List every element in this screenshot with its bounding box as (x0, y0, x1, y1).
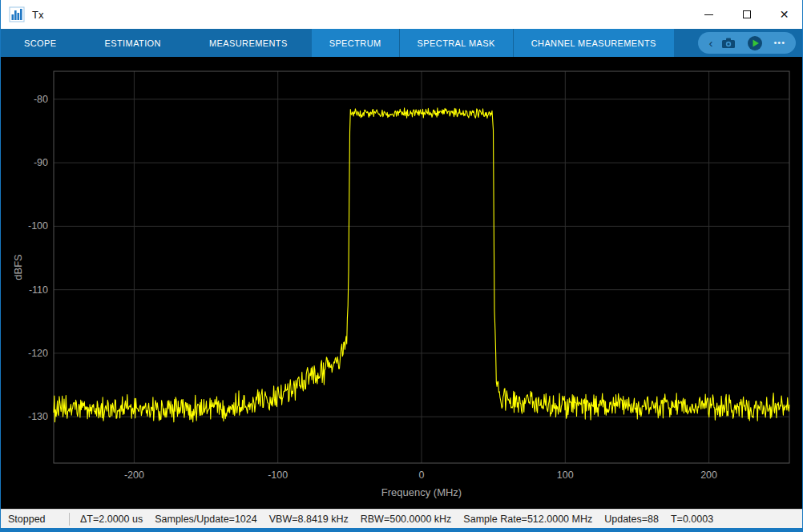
window-border-left (0, 0, 1, 532)
y-axis-label: dBFS (12, 254, 24, 280)
run-button[interactable] (747, 35, 763, 51)
maximize-button[interactable] (728, 0, 765, 29)
svg-text:-110: -110 (29, 284, 48, 296)
status-vbw: VBW=8.8419 kHz (269, 514, 349, 525)
svg-text:200: 200 (700, 470, 717, 481)
tab-scope[interactable]: SCOPE (0, 29, 81, 57)
spectrum-plot[interactable]: -200-1000100200-80-90-100-110-120-130Fre… (0, 57, 803, 509)
bottom-accent-strip (0, 528, 803, 532)
minimize-icon (704, 14, 713, 15)
close-button[interactable]: ✕ (765, 0, 803, 29)
grid-lines (54, 71, 789, 463)
quick-controls-pill: ‹ ••• (698, 32, 796, 54)
tab-spectrum[interactable]: SPECTRUM (312, 29, 399, 57)
close-icon: ✕ (780, 9, 789, 20)
status-sample-rate: Sample Rate=512.0000 MHz (463, 514, 592, 525)
window-title: Tx (32, 9, 43, 21)
tab-measurements[interactable]: MEASUREMENTS (185, 29, 312, 57)
tab-spectral-mask[interactable]: SPECTRAL MASK (399, 29, 513, 57)
run-play-icon (747, 35, 763, 51)
tab-estimation[interactable]: ESTIMATION (81, 29, 185, 57)
toolbar: SCOPE ESTIMATION MEASUREMENTS SPECTRUM S… (0, 29, 803, 57)
svg-text:-200: -200 (124, 470, 144, 481)
snapshot-camera-icon (721, 37, 736, 49)
svg-text:100: 100 (557, 470, 574, 481)
status-items: ΔT=2.0000 us Samples/Update=1024 VBW=8.8… (80, 514, 713, 525)
status-rbw: RBW=500.0000 kHz (361, 514, 452, 525)
more-button[interactable]: ••• (773, 38, 785, 47)
svg-text:-90: -90 (34, 157, 48, 168)
status-samples-per-update: Samples/Update=1024 (155, 514, 257, 525)
plot-area[interactable]: -200-1000100200-80-90-100-110-120-130Fre… (0, 57, 803, 509)
x-tick-labels: -200-1000100200 (124, 470, 717, 481)
svg-text:-120: -120 (28, 348, 48, 359)
context-tab-group: SPECTRUM SPECTRAL MASK CHANNEL MEASUREME… (312, 29, 674, 57)
status-state: Stopped (0, 514, 69, 525)
statusbar: Stopped ΔT=2.0000 us Samples/Update=1024… (0, 509, 803, 528)
status-updates: Updates=88 (604, 514, 659, 525)
minimize-button[interactable] (690, 0, 728, 29)
svg-text:-100: -100 (28, 220, 48, 232)
svg-text:-130: -130 (28, 411, 48, 422)
snapshot-button[interactable] (721, 37, 736, 49)
statusbar-divider (69, 513, 70, 526)
collapse-chevron-icon[interactable]: ‹ (708, 37, 712, 49)
status-delta-t: ΔT=2.0000 us (80, 514, 143, 525)
svg-text:-100: -100 (268, 470, 288, 481)
y-tick-labels: -80-90-100-110-120-130 (28, 94, 48, 422)
svg-text:0: 0 (419, 470, 425, 481)
status-time: T=0.0003 (671, 514, 713, 525)
bar-chart-icon (9, 6, 25, 22)
maximize-icon (743, 10, 751, 18)
svg-text:-80: -80 (34, 94, 48, 105)
titlebar: Tx ✕ (0, 0, 803, 29)
window-controls: ✕ (690, 0, 803, 29)
tab-channel-measurements[interactable]: CHANNEL MEASUREMENTS (513, 29, 674, 57)
toolbar-quick-controls: ‹ ••• (698, 29, 803, 57)
spectrum-analyzer-window: Tx ✕ SCOPE ESTIMATION MEASUREMENTS SPECT… (0, 0, 803, 532)
x-axis-label: Frequency (MHz) (381, 486, 462, 498)
